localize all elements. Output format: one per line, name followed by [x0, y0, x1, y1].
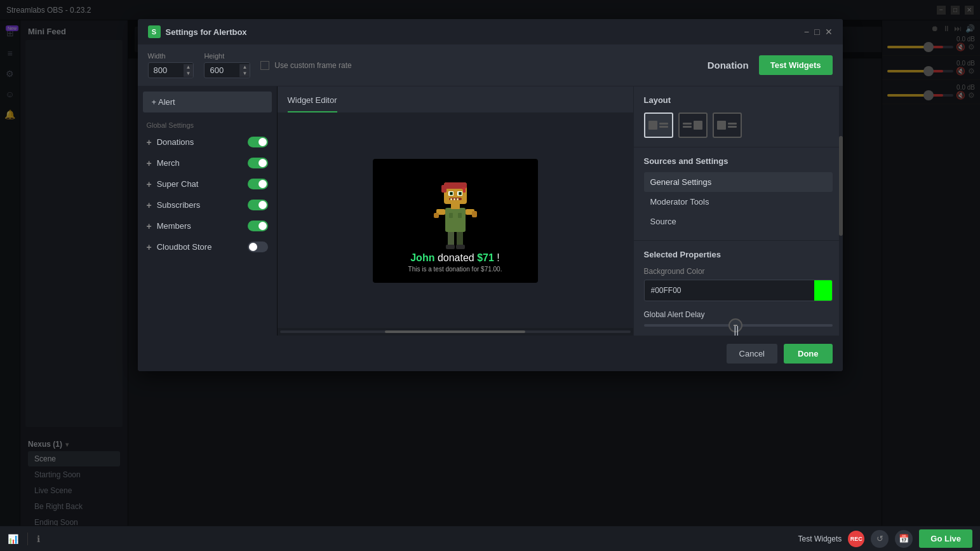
outer-layout: New ⊞ ≡ ⚙ ☺ 🔔 Mini Feed Nexus (1) ▾ Scen… [0, 20, 980, 551]
super-chat-toggle[interactable] [248, 179, 268, 189]
modal-overlay: S Settings for Alertbox − □ ✕ Width [0, 0, 980, 551]
calendar-button[interactable]: 📅 [895, 530, 913, 548]
rec-button[interactable]: REC [848, 531, 864, 547]
source-item-source[interactable]: Source [644, 212, 833, 231]
layout-section-title: Layout [644, 95, 833, 105]
left-panel: + Alert Global Settings + Donations + Me… [138, 86, 278, 336]
right-panel: Layout [633, 86, 843, 336]
alert-item-donations[interactable]: + Donations [143, 132, 272, 153]
modal-minimize-button[interactable]: − [804, 27, 809, 37]
horizontal-scrollbar[interactable] [278, 328, 633, 336]
width-label: Width [148, 52, 194, 60]
height-down-arrow[interactable]: ▼ [239, 71, 250, 77]
custom-frame-label: Use custom frame rate [274, 61, 351, 70]
layout-options [644, 112, 833, 138]
height-arrows: ▲ ▼ [239, 64, 250, 77]
alert-item-subscribers[interactable]: + Subscribers [143, 194, 272, 215]
layout-section: Layout [634, 86, 843, 147]
info-icon[interactable]: ℹ [37, 534, 40, 544]
global-settings-label: Global Settings [143, 118, 272, 132]
svg-rect-8 [434, 213, 439, 218]
svg-rect-25 [463, 189, 466, 193]
layout-lines-3 [728, 123, 737, 128]
width-down-arrow[interactable]: ▼ [184, 71, 194, 77]
expand-super-chat-icon: + [147, 179, 152, 189]
width-arrows: ▲ ▼ [184, 64, 194, 77]
expand-members-icon: + [147, 221, 152, 231]
source-item-moderator-tools[interactable]: Moderator Tools [644, 192, 833, 212]
source-item-general-settings[interactable]: General Settings [644, 172, 833, 192]
go-live-button[interactable]: Go Live [919, 529, 972, 548]
donations-label: Donations [157, 137, 243, 147]
expand-merch-icon: + [147, 158, 152, 168]
subscribers-toggle[interactable] [248, 200, 268, 210]
svg-rect-3 [446, 245, 455, 249]
width-input[interactable] [149, 63, 184, 78]
members-toggle[interactable] [248, 221, 268, 231]
height-input[interactable] [205, 63, 239, 78]
bottom-bar: 📊 ℹ Test Widgets REC ↺ 📅 Go Live [0, 526, 980, 551]
color-swatch[interactable] [814, 280, 832, 301]
scrollbar-track [280, 330, 631, 333]
merch-toggle[interactable] [248, 158, 268, 168]
donated-text: donated [438, 252, 477, 263]
expand-subscribers-icon: + [147, 200, 152, 210]
svg-rect-18 [450, 193, 452, 194]
global-delay-label: Global Alert Delay [644, 310, 833, 319]
alert-item-merch[interactable]: + Merch [143, 153, 272, 173]
width-input-wrap: ▲ ▼ [148, 62, 194, 78]
modal-close-button[interactable]: ✕ [825, 27, 833, 37]
done-button[interactable]: Done [784, 344, 833, 364]
alert-item-cloudbot-store[interactable]: + Cloudbot Store [143, 236, 272, 257]
delay-slider[interactable]: || [644, 324, 833, 327]
delay-knob[interactable]: || [728, 318, 742, 332]
layout-line-5 [728, 123, 737, 125]
modal-maximize-button[interactable]: □ [814, 27, 819, 37]
layout-lines-2 [683, 123, 692, 128]
stats-icon[interactable]: 📊 [8, 534, 18, 544]
layout-line-3 [683, 123, 692, 125]
donation-label: Donation [708, 60, 749, 71]
modal-titlebar: S Settings for Alertbox − □ ✕ [138, 19, 843, 44]
add-alert-button[interactable]: + Alert [143, 92, 272, 112]
svg-rect-27 [458, 213, 462, 218]
layout-opt-inner-3 [717, 121, 737, 130]
vertical-scrollbar[interactable] [839, 86, 843, 336]
layout-option-center[interactable] [678, 112, 708, 138]
layout-img-icon [648, 121, 657, 130]
modal-title-text: Settings for Alertbox [166, 27, 247, 37]
cancel-button[interactable]: Cancel [727, 344, 777, 364]
widget-editor-tab-label[interactable]: Widget Editor [288, 95, 337, 112]
center-panel: Widget Editor [278, 86, 633, 336]
width-control: Width ▲ ▼ [148, 52, 194, 78]
layout-option-left[interactable] [644, 112, 673, 138]
layout-line-2 [659, 126, 668, 128]
modal-body: + Alert Global Settings + Donations + Me… [138, 86, 843, 336]
sources-section: Sources and Settings General Settings Mo… [634, 147, 843, 240]
widget-editor-tab: Widget Editor [278, 86, 633, 113]
donations-toggle[interactable] [248, 137, 268, 147]
donation-sub-text: This is a test donation for $71.00. [408, 266, 502, 273]
svg-rect-26 [449, 213, 453, 218]
alert-item-super-chat[interactable]: + Super Chat [143, 173, 272, 194]
exclaim: ! [497, 252, 499, 263]
height-up-arrow[interactable]: ▲ [239, 64, 250, 71]
test-widgets-button[interactable]: Test Widgets [759, 55, 833, 75]
height-label: Height [204, 52, 250, 60]
layout-img-icon-3 [717, 121, 726, 130]
cloudbot-store-toggle[interactable] [248, 241, 268, 252]
color-text-input[interactable] [645, 282, 814, 299]
expand-cloudbot-icon: + [147, 242, 152, 252]
modal-controls: − □ ✕ [804, 27, 833, 37]
width-up-arrow[interactable]: ▲ [184, 64, 194, 71]
expand-donations-icon: + [147, 137, 152, 147]
alert-item-members[interactable]: + Members [143, 215, 272, 236]
color-input-wrap [644, 280, 833, 301]
modal-title: S Settings for Alertbox [148, 25, 247, 38]
replay-button[interactable]: ↺ [871, 530, 889, 548]
layout-option-right[interactable] [713, 112, 742, 138]
svg-rect-22 [453, 198, 455, 200]
properties-section: Selected Properties Background Color Glo… [634, 240, 843, 336]
layout-line-6 [728, 126, 737, 128]
custom-frame-checkbox[interactable] [260, 61, 269, 70]
